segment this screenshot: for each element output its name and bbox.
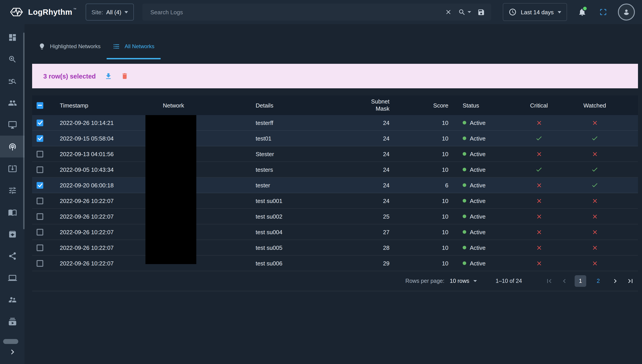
status-dot-icon xyxy=(463,183,466,187)
cross-icon xyxy=(536,244,542,251)
sidebar-item-monitor[interactable] xyxy=(0,114,24,136)
header-details[interactable]: Details xyxy=(248,102,336,108)
sidebar-item-integrations-share[interactable] xyxy=(0,245,24,267)
subnet-mask-cell: 28 xyxy=(336,244,392,251)
watched-icon xyxy=(591,213,598,220)
sidebar-item-search-analytics[interactable] xyxy=(0,48,24,70)
cross-icon xyxy=(591,119,598,126)
sidebar-item-devices[interactable] xyxy=(0,267,24,288)
table-row[interactable]: 2022-09-15 05:58:04 test01 24 10 Active xyxy=(32,131,638,146)
critical-icon xyxy=(536,228,542,235)
rows-per-page-select[interactable]: 10 rows xyxy=(450,278,477,284)
notifications-button[interactable] xyxy=(578,8,587,16)
row-checkbox[interactable] xyxy=(36,166,43,173)
save-search-icon[interactable] xyxy=(477,8,485,16)
fullscreen-button[interactable] xyxy=(599,8,607,16)
table-row[interactable]: 2022-09-20 06:00:18 tester 24 6 Active xyxy=(32,178,638,193)
tab-all-networks[interactable]: All Networks xyxy=(107,34,160,59)
next-page-button[interactable] xyxy=(611,277,619,285)
score-cell: 10 xyxy=(392,228,452,235)
table-row[interactable]: 2022-09-26 10:22:07 test su005 28 10 Act… xyxy=(32,240,638,256)
table-row[interactable]: 2022-09-26 10:14:21 testerff 24 10 Activ… xyxy=(32,115,638,131)
row-checkbox[interactable] xyxy=(36,213,43,220)
chevron-down-icon xyxy=(124,11,128,13)
sidebar-item-endpoint-collection[interactable] xyxy=(0,158,24,179)
sidebar-item-video-subscriptions[interactable] xyxy=(0,310,24,332)
clear-search-icon[interactable] xyxy=(445,8,452,16)
score-cell: 6 xyxy=(392,182,452,188)
user-avatar[interactable] xyxy=(618,4,635,20)
table-row[interactable]: 2022-09-26 10:22:07 test su004 27 10 Act… xyxy=(32,224,638,240)
status-label: Active xyxy=(470,166,486,173)
main-content: Highlighted Networks All Networks 3 row(… xyxy=(24,24,642,364)
header-timestamp[interactable]: Timestamp xyxy=(54,102,154,108)
chevron-down-icon xyxy=(473,280,477,282)
site-value: All (4) xyxy=(106,9,121,16)
sidebar-item-users[interactable] xyxy=(0,92,24,114)
video-subscriptions-icon xyxy=(8,317,17,326)
row-checkbox[interactable] xyxy=(36,135,43,142)
row-checkbox[interactable] xyxy=(36,150,43,157)
search-input[interactable] xyxy=(150,8,445,16)
header-status[interactable]: Status xyxy=(452,102,512,108)
details-cell: test01 xyxy=(248,135,336,142)
timestamp-cell: 2022-09-26 10:22:07 xyxy=(54,260,154,266)
row-checkbox[interactable] xyxy=(36,228,43,235)
watched-icon xyxy=(591,260,598,266)
table-row[interactable]: 2022-09-26 10:22:07 test su006 29 10 Act… xyxy=(32,256,638,271)
sidebar-item-knowledge-book[interactable] xyxy=(0,201,24,223)
tab-highlighted-networks[interactable]: Highlighted Networks xyxy=(32,34,107,59)
page-button-1[interactable]: 1 xyxy=(575,275,586,287)
row-checkbox[interactable] xyxy=(36,244,43,251)
pagination-bar: Rows per page: 10 rows 1–10 of 24 12 xyxy=(32,271,638,291)
search-bar[interactable] xyxy=(142,4,491,20)
sidebar-item-admin-users[interactable] xyxy=(0,288,24,310)
subnet-mask-cell: 24 xyxy=(336,182,392,188)
header-score[interactable]: Score xyxy=(392,102,452,108)
first-page-button[interactable] xyxy=(545,277,553,285)
row-checkbox[interactable] xyxy=(36,198,43,204)
search-options-caret-icon[interactable] xyxy=(468,11,471,13)
cross-icon xyxy=(536,182,542,188)
expand-sidebar-button[interactable] xyxy=(0,344,24,360)
sidebar-item-log-search[interactable] xyxy=(0,70,24,92)
notification-dot xyxy=(582,6,588,11)
sidebar-scroll-pill xyxy=(3,339,18,344)
table-row[interactable]: 2022-09-13 04:01:56 Stester 24 10 Active xyxy=(32,146,638,162)
header-critical[interactable]: Critical xyxy=(512,102,566,108)
time-range-selector[interactable]: Last 14 days xyxy=(503,3,567,21)
time-range-value: Last 14 days xyxy=(521,9,554,16)
timestamp-cell: 2022-09-26 10:22:07 xyxy=(54,213,154,220)
last-page-button[interactable] xyxy=(626,277,634,285)
sidebar-item-network-broadcast[interactable] xyxy=(0,136,24,158)
sidebar xyxy=(0,24,24,364)
row-checkbox[interactable] xyxy=(36,260,43,266)
status-cell: Active xyxy=(452,166,512,173)
previous-page-button[interactable] xyxy=(560,277,568,285)
timestamp-cell: 2022-09-26 10:22:07 xyxy=(54,198,154,204)
sidebar-scrollbar[interactable] xyxy=(23,32,24,229)
sidebar-item-deployment-archive[interactable] xyxy=(0,223,24,245)
rows-per-page-value: 10 rows xyxy=(450,278,469,284)
header-watched[interactable]: Watched xyxy=(566,102,624,108)
status-cell: Active xyxy=(452,260,512,266)
row-checkbox[interactable] xyxy=(36,119,43,126)
search-submit-button[interactable] xyxy=(458,8,471,16)
delete-selected-button[interactable] xyxy=(121,72,128,80)
page-button-2[interactable]: 2 xyxy=(592,275,604,287)
header-network[interactable]: Network xyxy=(154,102,248,108)
row-checkbox[interactable] xyxy=(36,182,43,188)
select-all-checkbox[interactable] xyxy=(36,102,43,108)
table-row[interactable]: 2022-09-26 10:22:07 test su001 24 10 Act… xyxy=(32,193,638,209)
sidebar-item-tune-filters[interactable] xyxy=(0,179,24,201)
table-row[interactable]: 2022-09-05 10:43:34 testers 24 10 Active xyxy=(32,162,638,178)
header-subnet-mask[interactable]: Subnet Mask xyxy=(336,98,392,112)
check-icon xyxy=(535,166,542,173)
endpoint-collection-icon xyxy=(8,164,17,173)
download-selected-button[interactable] xyxy=(104,72,112,80)
table-row[interactable]: 2022-09-26 10:22:07 test su002 25 10 Act… xyxy=(32,209,638,224)
sidebar-item-dashboard[interactable] xyxy=(0,26,24,48)
watched-icon xyxy=(591,182,598,189)
site-selector[interactable]: Site: All (4) xyxy=(86,4,134,20)
status-cell: Active xyxy=(452,198,512,204)
